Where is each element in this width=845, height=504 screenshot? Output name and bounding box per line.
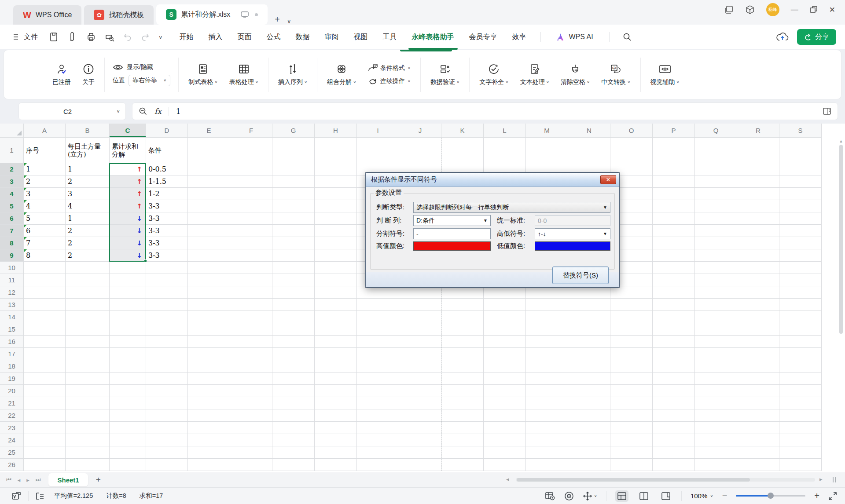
cell-B6[interactable]: 1 — [66, 212, 110, 225]
cell-R25[interactable] — [737, 446, 779, 459]
cell-C8[interactable]: ↓ — [110, 237, 146, 249]
cell-D13[interactable] — [146, 299, 188, 311]
cell-P13[interactable] — [653, 299, 695, 311]
output-icon[interactable] — [68, 32, 77, 42]
cell-F25[interactable] — [230, 446, 272, 459]
cell-N18[interactable] — [568, 360, 610, 373]
cell-D18[interactable] — [146, 360, 188, 373]
cell-D6[interactable]: 3-3 — [146, 212, 188, 225]
cell-A15[interactable] — [24, 323, 66, 336]
cell-I19[interactable] — [357, 373, 399, 385]
cell-I25[interactable] — [357, 446, 399, 459]
cell-F18[interactable] — [230, 360, 272, 373]
cell-I13[interactable] — [357, 299, 399, 311]
cell-C9[interactable]: ↓ — [110, 249, 146, 262]
table-settings-icon[interactable] — [545, 491, 555, 501]
cell-Q24[interactable] — [695, 434, 737, 446]
column-header-K[interactable]: K — [441, 124, 484, 138]
cell-G20[interactable] — [272, 385, 315, 397]
cell-R16[interactable] — [737, 336, 779, 348]
cell-A11[interactable] — [24, 274, 66, 286]
cell-E20[interactable] — [188, 385, 230, 397]
cell-M1[interactable] — [526, 138, 568, 163]
cell-M13[interactable] — [526, 299, 568, 311]
cell-O24[interactable] — [610, 434, 653, 446]
cell-E3[interactable] — [188, 175, 230, 188]
cell-J14[interactable] — [399, 311, 441, 323]
cell-P17[interactable] — [653, 348, 695, 360]
cell-P6[interactable] — [653, 212, 695, 225]
cell-H12[interactable] — [315, 286, 357, 299]
cell-E8[interactable] — [188, 237, 230, 249]
normal-view-button[interactable] — [615, 490, 628, 502]
cell-A10[interactable] — [24, 262, 66, 274]
cell-R8[interactable] — [737, 237, 779, 249]
cell-P16[interactable] — [653, 336, 695, 348]
cell-K19[interactable] — [441, 373, 484, 385]
cell-F23[interactable] — [230, 422, 272, 434]
menu-item-insert[interactable]: 插入 — [208, 28, 224, 46]
cell-R23[interactable] — [737, 422, 779, 434]
data-validate-button[interactable]: 数据验证∨ — [430, 63, 459, 86]
cell-D17[interactable] — [146, 348, 188, 360]
cell-L12[interactable] — [484, 286, 526, 299]
cell-L13[interactable] — [484, 299, 526, 311]
row-header-23[interactable]: 23 — [0, 422, 24, 434]
menu-item-tools[interactable]: 工具 — [382, 28, 398, 46]
cell-O16[interactable] — [610, 336, 653, 348]
menu-item-data[interactable]: 数据 — [295, 28, 311, 46]
cell-J12[interactable] — [399, 286, 441, 299]
cell-I20[interactable] — [357, 385, 399, 397]
vertical-scroll-thumb[interactable] — [839, 145, 843, 334]
cell-B12[interactable] — [66, 286, 110, 299]
table-process-button[interactable]: 表格处理∨ — [229, 63, 258, 86]
zoom-chevron-icon[interactable]: ∨ — [710, 494, 713, 498]
outline-view-icon[interactable] — [36, 492, 44, 500]
cell-P22[interactable] — [653, 409, 695, 422]
wps-ai-button[interactable]: WPS AI — [557, 33, 593, 41]
fx-icon[interactable]: fx — [154, 107, 162, 116]
cell-B4[interactable]: 3 — [66, 188, 110, 200]
cell-O13[interactable] — [610, 299, 653, 311]
cell-A22[interactable] — [24, 409, 66, 422]
cell-E19[interactable] — [188, 373, 230, 385]
cell-R19[interactable] — [737, 373, 779, 385]
cell-I18[interactable] — [357, 360, 399, 373]
cell-L25[interactable] — [484, 446, 526, 459]
cell-G14[interactable] — [272, 311, 315, 323]
cell-F15[interactable] — [230, 323, 272, 336]
cell-Q13[interactable] — [695, 299, 737, 311]
column-header-S[interactable]: S — [779, 124, 822, 138]
hscroll-left-icon[interactable]: ◂ — [506, 476, 509, 482]
visual-assist-button[interactable]: 视觉辅助∨ — [650, 63, 680, 86]
cell-O26[interactable] — [610, 459, 653, 471]
cell-A26[interactable] — [24, 459, 66, 471]
cell-B21[interactable] — [66, 397, 110, 409]
column-header-J[interactable]: J — [399, 124, 441, 138]
row-header-4[interactable]: 4 — [0, 188, 24, 200]
cell-Q5[interactable] — [695, 200, 737, 212]
cell-A25[interactable] — [24, 446, 66, 459]
cell-B5[interactable]: 4 — [66, 200, 110, 212]
cell-C1[interactable]: 累计求和分解 — [110, 138, 146, 163]
cell-M15[interactable] — [526, 323, 568, 336]
row-header-15[interactable]: 15 — [0, 323, 24, 336]
cell-A12[interactable] — [24, 286, 66, 299]
tab-docer-templates[interactable]: ✿ 找稻壳模板 — [84, 5, 154, 25]
minimize-button[interactable]: — — [791, 5, 798, 14]
tab-overview-icon[interactable] — [725, 5, 734, 14]
cell-B20[interactable] — [66, 385, 110, 397]
row-header-2[interactable]: 2 — [0, 163, 24, 175]
cell-Q23[interactable] — [695, 422, 737, 434]
user-avatar[interactable]: 杨峰 — [766, 3, 779, 16]
split-handle-icon[interactable] — [831, 477, 838, 483]
cell-K26[interactable] — [441, 459, 484, 471]
column-header-I[interactable]: I — [357, 124, 399, 138]
cell-C20[interactable] — [110, 385, 146, 397]
expand-formula-panel-icon[interactable] — [823, 107, 831, 116]
cell-A5[interactable]: 4 — [24, 200, 66, 212]
cell-N12[interactable] — [568, 286, 610, 299]
cell-H25[interactable] — [315, 446, 357, 459]
menu-item-review[interactable]: 审阅 — [324, 28, 340, 46]
row-header-20[interactable]: 20 — [0, 385, 24, 397]
